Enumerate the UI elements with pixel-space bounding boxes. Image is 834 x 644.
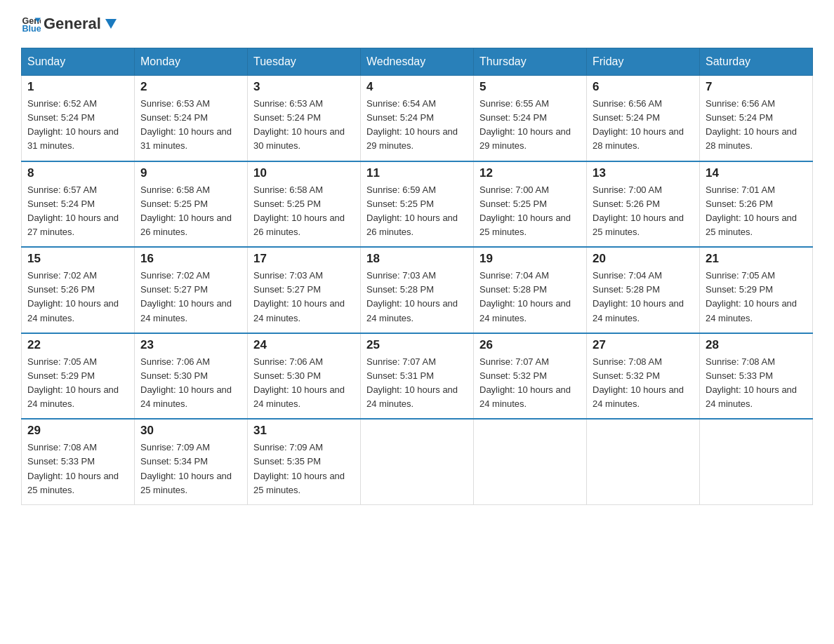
day-info: Sunrise: 7:06 AMSunset: 5:30 PMDaylight:…: [253, 355, 355, 412]
calendar-cell: 23 Sunrise: 7:06 AMSunset: 5:30 PMDaylig…: [135, 333, 248, 420]
day-number: 21: [706, 252, 807, 266]
calendar-cell: 20 Sunrise: 7:04 AMSunset: 5:28 PMDaylig…: [587, 247, 700, 333]
day-number: 5: [479, 80, 581, 94]
day-number: 16: [140, 252, 241, 266]
calendar-cell: 13 Sunrise: 7:00 AMSunset: 5:26 PMDaylig…: [587, 161, 700, 248]
day-number: 20: [593, 252, 694, 266]
week-row-2: 8 Sunrise: 6:57 AMSunset: 5:24 PMDayligh…: [22, 161, 813, 248]
day-number: 9: [140, 166, 241, 180]
day-number: 23: [140, 338, 241, 352]
logo: General Blue General: [21, 14, 118, 34]
header-saturday: Saturday: [700, 48, 813, 76]
day-number: 27: [593, 338, 694, 352]
calendar-cell: 15 Sunrise: 7:02 AMSunset: 5:26 PMDaylig…: [22, 247, 135, 333]
day-number: 24: [253, 338, 355, 352]
day-info: Sunrise: 7:07 AMSunset: 5:31 PMDaylight:…: [366, 355, 468, 412]
day-info: Sunrise: 6:52 AMSunset: 5:24 PMDaylight:…: [27, 97, 128, 154]
calendar-cell: 31 Sunrise: 7:09 AMSunset: 5:35 PMDaylig…: [248, 419, 361, 504]
day-info: Sunrise: 7:01 AMSunset: 5:26 PMDaylight:…: [706, 183, 807, 240]
day-number: 4: [366, 80, 468, 94]
day-number: 17: [253, 252, 355, 266]
calendar-cell: 17 Sunrise: 7:03 AMSunset: 5:27 PMDaylig…: [248, 247, 361, 333]
calendar-cell: 5 Sunrise: 6:55 AMSunset: 5:24 PMDayligh…: [474, 76, 587, 161]
day-info: Sunrise: 6:56 AMSunset: 5:24 PMDaylight:…: [706, 97, 807, 154]
header-row: SundayMondayTuesdayWednesdayThursdayFrid…: [22, 48, 813, 76]
day-number: 7: [706, 80, 807, 94]
day-info: Sunrise: 7:03 AMSunset: 5:28 PMDaylight:…: [366, 269, 468, 326]
week-row-1: 1 Sunrise: 6:52 AMSunset: 5:24 PMDayligh…: [22, 76, 813, 161]
day-info: Sunrise: 7:08 AMSunset: 5:32 PMDaylight:…: [593, 355, 694, 412]
day-info: Sunrise: 7:06 AMSunset: 5:30 PMDaylight:…: [140, 355, 241, 412]
header-monday: Monday: [135, 48, 248, 76]
svg-marker-3: [105, 19, 117, 29]
calendar-cell: 19 Sunrise: 7:04 AMSunset: 5:28 PMDaylig…: [474, 247, 587, 333]
day-info: Sunrise: 7:05 AMSunset: 5:29 PMDaylight:…: [706, 269, 807, 326]
day-info: Sunrise: 7:03 AMSunset: 5:27 PMDaylight:…: [253, 269, 355, 326]
day-number: 1: [27, 80, 128, 94]
day-info: Sunrise: 6:59 AMSunset: 5:25 PMDaylight:…: [366, 183, 468, 240]
calendar-cell: 2 Sunrise: 6:53 AMSunset: 5:24 PMDayligh…: [135, 76, 248, 161]
day-number: 6: [593, 80, 694, 94]
calendar-cell: 24 Sunrise: 7:06 AMSunset: 5:30 PMDaylig…: [248, 333, 361, 420]
calendar-cell: 12 Sunrise: 7:00 AMSunset: 5:25 PMDaylig…: [474, 161, 587, 248]
day-info: Sunrise: 7:09 AMSunset: 5:34 PMDaylight:…: [140, 441, 241, 497]
calendar-cell: 30 Sunrise: 7:09 AMSunset: 5:34 PMDaylig…: [135, 419, 248, 504]
day-number: 2: [140, 80, 241, 94]
day-info: Sunrise: 6:56 AMSunset: 5:24 PMDaylight:…: [593, 97, 694, 154]
header-friday: Friday: [587, 48, 700, 76]
day-info: Sunrise: 6:54 AMSunset: 5:24 PMDaylight:…: [366, 97, 468, 154]
header-thursday: Thursday: [474, 48, 587, 76]
week-row-5: 29 Sunrise: 7:08 AMSunset: 5:33 PMDaylig…: [22, 419, 813, 504]
day-info: Sunrise: 6:58 AMSunset: 5:25 PMDaylight:…: [140, 183, 241, 240]
calendar-cell: [474, 419, 587, 504]
day-number: 15: [27, 252, 128, 266]
day-info: Sunrise: 7:02 AMSunset: 5:26 PMDaylight:…: [27, 269, 128, 326]
calendar-cell: 14 Sunrise: 7:01 AMSunset: 5:26 PMDaylig…: [700, 161, 813, 248]
calendar-table: SundayMondayTuesdayWednesdayThursdayFrid…: [21, 48, 813, 505]
calendar-cell: 28 Sunrise: 7:08 AMSunset: 5:33 PMDaylig…: [700, 333, 813, 420]
day-info: Sunrise: 7:02 AMSunset: 5:27 PMDaylight:…: [140, 269, 241, 326]
day-number: 18: [366, 252, 468, 266]
header-tuesday: Tuesday: [248, 48, 361, 76]
day-info: Sunrise: 7:04 AMSunset: 5:28 PMDaylight:…: [593, 269, 694, 326]
logo-triangle-icon: [102, 16, 118, 32]
day-info: Sunrise: 7:07 AMSunset: 5:32 PMDaylight:…: [479, 355, 581, 412]
day-info: Sunrise: 7:08 AMSunset: 5:33 PMDaylight:…: [27, 441, 128, 497]
week-row-4: 22 Sunrise: 7:05 AMSunset: 5:29 PMDaylig…: [22, 333, 813, 420]
day-number: 29: [27, 424, 128, 438]
week-row-3: 15 Sunrise: 7:02 AMSunset: 5:26 PMDaylig…: [22, 247, 813, 333]
calendar-cell: 3 Sunrise: 6:53 AMSunset: 5:24 PMDayligh…: [248, 76, 361, 161]
day-number: 14: [706, 166, 807, 180]
day-number: 3: [253, 80, 355, 94]
calendar-cell: 8 Sunrise: 6:57 AMSunset: 5:24 PMDayligh…: [22, 161, 135, 248]
day-number: 28: [706, 338, 807, 352]
day-info: Sunrise: 7:00 AMSunset: 5:26 PMDaylight:…: [593, 183, 694, 240]
day-info: Sunrise: 6:53 AMSunset: 5:24 PMDaylight:…: [140, 97, 241, 154]
calendar-cell: 6 Sunrise: 6:56 AMSunset: 5:24 PMDayligh…: [587, 76, 700, 161]
day-number: 12: [479, 166, 581, 180]
calendar-cell: 1 Sunrise: 6:52 AMSunset: 5:24 PMDayligh…: [22, 76, 135, 161]
calendar-cell: 9 Sunrise: 6:58 AMSunset: 5:25 PMDayligh…: [135, 161, 248, 248]
day-info: Sunrise: 7:04 AMSunset: 5:28 PMDaylight:…: [479, 269, 581, 326]
day-number: 11: [366, 166, 468, 180]
logo-icon: General Blue: [21, 14, 41, 34]
calendar-cell: 25 Sunrise: 7:07 AMSunset: 5:31 PMDaylig…: [361, 333, 474, 420]
calendar-cell: [700, 419, 813, 504]
calendar-cell: 10 Sunrise: 6:58 AMSunset: 5:25 PMDaylig…: [248, 161, 361, 248]
calendar-cell: 16 Sunrise: 7:02 AMSunset: 5:27 PMDaylig…: [135, 247, 248, 333]
calendar-cell: 7 Sunrise: 6:56 AMSunset: 5:24 PMDayligh…: [700, 76, 813, 161]
calendar-cell: 26 Sunrise: 7:07 AMSunset: 5:32 PMDaylig…: [474, 333, 587, 420]
header-sunday: Sunday: [22, 48, 135, 76]
logo-general-text: General: [44, 15, 118, 32]
day-info: Sunrise: 7:09 AMSunset: 5:35 PMDaylight:…: [253, 441, 355, 497]
header-wednesday: Wednesday: [361, 48, 474, 76]
day-info: Sunrise: 7:08 AMSunset: 5:33 PMDaylight:…: [706, 355, 807, 412]
day-number: 31: [253, 424, 355, 438]
day-number: 30: [140, 424, 241, 438]
day-info: Sunrise: 7:05 AMSunset: 5:29 PMDaylight:…: [27, 355, 128, 412]
calendar-cell: 29 Sunrise: 7:08 AMSunset: 5:33 PMDaylig…: [22, 419, 135, 504]
day-number: 10: [253, 166, 355, 180]
day-number: 22: [27, 338, 128, 352]
calendar-cell: 4 Sunrise: 6:54 AMSunset: 5:24 PMDayligh…: [361, 76, 474, 161]
day-info: Sunrise: 6:58 AMSunset: 5:25 PMDaylight:…: [253, 183, 355, 240]
